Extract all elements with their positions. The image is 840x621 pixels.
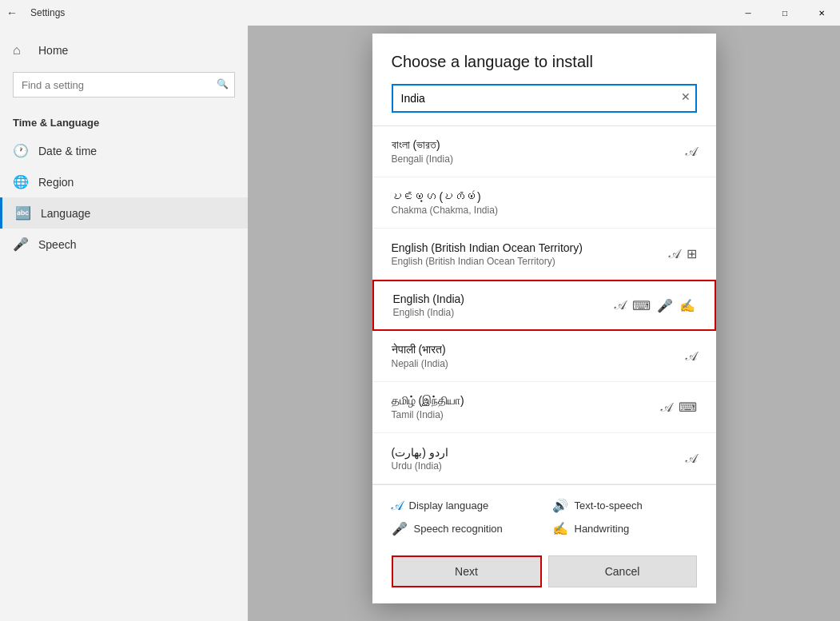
font-icon-india: 𝒜 [615, 298, 626, 312]
font-icon: 𝒜 [686, 145, 697, 159]
keyboard-icon-india: ⌨ [632, 298, 651, 313]
sidebar-section-title: Time & Language [0, 104, 248, 135]
language-item-english-biot[interactable]: English (British Indian Ocean Territory)… [372, 229, 716, 280]
sidebar-item-date-time-label: Date & time [38, 145, 97, 157]
titlebar: ← Settings ─ □ ✕ [0, 0, 840, 26]
keyboard-icon-tamil: ⌨ [679, 400, 697, 415]
minimize-button[interactable]: ─ [730, 0, 766, 26]
home-label: Home [38, 44, 68, 57]
search-clear-button[interactable]: ✕ [681, 90, 691, 103]
modal-dialog: Choose a language to install ✕ বাংলা (ভা… [372, 34, 716, 603]
language-item-english-india[interactable]: English (India) English (India) 𝒜 ⌨ 🎤 ✍ [372, 280, 716, 331]
sidebar-item-speech[interactable]: 🎤 Speech [0, 229, 248, 260]
legend-speech-recognition: 🎤 Speech recognition [392, 521, 536, 536]
language-item-nepali-india[interactable]: नेपाली (भारत) Nepali (India) 𝒜 [372, 331, 716, 382]
handwriting-icon-india: ✍ [679, 298, 695, 313]
sidebar-item-language[interactable]: 🔤 Language [0, 197, 248, 229]
home-icon: ⌂ [13, 43, 29, 58]
legend-tts-label: Text-to-speech [575, 500, 643, 512]
legend-display-label: Display language [409, 500, 489, 512]
legend-section: 𝒜 Display language 🔊 Text-to-speech 🎤 Sp… [372, 484, 716, 546]
sidebar-search-icon: 🔍 [217, 78, 229, 90]
language-item-tamil-india[interactable]: தமிழ் (இந்தியா) Tamil (India) 𝒜 ⌨ [372, 382, 716, 433]
next-button[interactable]: Next [392, 555, 542, 587]
close-button[interactable]: ✕ [803, 0, 840, 26]
english-india-native: English (India) [393, 293, 615, 305]
sidebar: ⌂ Home 🔍 Time & Language 🕐 Date & time 🌐… [0, 26, 248, 621]
urdu-english: Urdu (India) [392, 460, 686, 472]
speech-icon: 🎤 [13, 237, 29, 252]
bengali-english: Bengali (India) [392, 153, 686, 165]
text-to-speech-icon: 🔊 [552, 498, 568, 513]
region-icon: 🌐 [13, 174, 29, 189]
english-biot-english: English (British Indian Ocean Territory) [392, 256, 669, 267]
display-language-icon: 𝒜 [392, 499, 403, 513]
legend-speech-label: Speech recognition [414, 523, 503, 535]
legend-display-language: 𝒜 Display language [392, 498, 536, 513]
font-icon-tamil: 𝒜 [661, 400, 672, 415]
app-container: ⌂ Home 🔍 Time & Language 🕐 Date & time 🌐… [0, 26, 840, 621]
display-icon-biot: ⊞ [687, 246, 697, 261]
font-icon-nepali: 𝒜 [686, 349, 697, 364]
modal-search-container: ✕ [372, 84, 716, 125]
sidebar-item-speech-label: Speech [38, 238, 76, 251]
speech-recognition-icon: 🎤 [392, 521, 408, 536]
font-icon-urdu: 𝒜 [686, 452, 697, 466]
english-biot-native: English (British Indian Ocean Territory) [392, 241, 669, 254]
language-item-chakma-india[interactable]: 𑄌𑄋𑄴𑄟𑄳𑄦 (𑄌𑄇𑄴𑄟𑄧) Chakma (Chakma, India) [372, 177, 716, 229]
modal-title: Choose a language to install [372, 34, 716, 84]
cancel-button[interactable]: Cancel [548, 555, 697, 587]
english-india-english: English (India) [393, 307, 615, 318]
nepali-english: Nepali (India) [392, 358, 686, 369]
sidebar-search-container: 🔍 [13, 72, 235, 98]
sidebar-search-input[interactable] [13, 72, 235, 98]
sidebar-item-home[interactable]: ⌂ Home [0, 35, 248, 66]
modal-backdrop: Choose a language to install ✕ বাংলা (ভা… [248, 26, 840, 621]
chakma-native: 𑄌𑄋𑄴𑄟𑄳𑄦 (𑄌𑄇𑄴𑄟𑄧) [392, 190, 697, 203]
window-title: Settings [30, 7, 65, 18]
language-icon: 🔤 [15, 205, 31, 221]
chakma-english: Chakma (Chakma, India) [392, 205, 697, 216]
tamil-english: Tamil (India) [392, 409, 661, 420]
nepali-native: नेपाली (भारत) [392, 343, 686, 356]
legend-handwriting-label: Handwriting [575, 523, 630, 535]
speech-icon-india: 🎤 [657, 298, 673, 313]
maximize-button[interactable]: □ [766, 0, 803, 26]
legend-text-to-speech: 🔊 Text-to-speech [552, 498, 697, 513]
date-time-icon: 🕐 [13, 143, 29, 158]
language-list: বাংলা (ভারত) Bengali (India) 𝒜 𑄌𑄋𑄴𑄟𑄳𑄦 (𑄌… [372, 125, 716, 484]
bengali-native: বাংলা (ভারত) [392, 138, 686, 152]
urdu-native: اردو (بھارت) [392, 446, 686, 459]
sidebar-item-date-time[interactable]: 🕐 Date & time [0, 135, 248, 166]
tamil-native: தமிழ் (இந்தியா) [392, 394, 661, 408]
handwriting-icon: ✍ [552, 521, 568, 536]
back-arrow-icon[interactable]: ← [6, 6, 18, 19]
main-content: Choose a language to install ✕ বাংলা (ভা… [248, 26, 840, 621]
font-icon-biot: 𝒜 [669, 247, 680, 261]
language-item-urdu-india[interactable]: اردو (بھارت) Urdu (India) 𝒜 [372, 433, 716, 484]
sidebar-item-region-label: Region [38, 176, 74, 189]
modal-buttons: Next Cancel [372, 546, 716, 603]
language-item-bengali-india[interactable]: বাংলা (ভারত) Bengali (India) 𝒜 [372, 126, 716, 177]
legend-handwriting: ✍ Handwriting [552, 521, 697, 536]
language-search-input[interactable] [392, 84, 697, 113]
sidebar-item-region[interactable]: 🌐 Region [0, 166, 248, 197]
window-controls: ─ □ ✕ [730, 0, 840, 26]
sidebar-item-language-label: Language [41, 207, 90, 220]
legend-grid: 𝒜 Display language 🔊 Text-to-speech 🎤 Sp… [392, 498, 697, 536]
